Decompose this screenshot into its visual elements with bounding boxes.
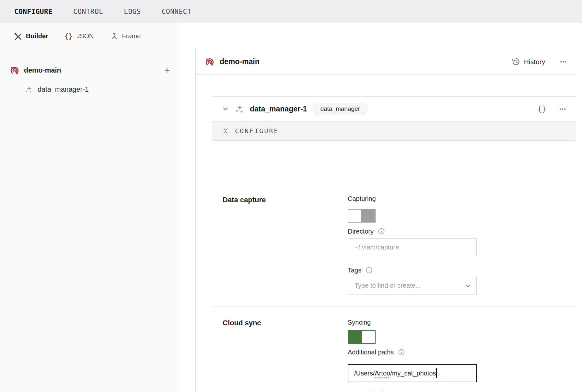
tab-json-label: JSON — [76, 32, 94, 40]
interval-label: Interval (min) — [348, 391, 386, 392]
part-menu-button[interactable]: ••• — [560, 59, 567, 64]
directory-label-text: Directory — [348, 228, 374, 235]
collapse-vertical-icon — [222, 127, 229, 135]
tab-configure[interactable]: CONFIGURE — [14, 8, 52, 16]
tab-builder-label: Builder — [26, 32, 48, 40]
resource-card-header: data_manager-1 data_manager {} ••• — [212, 97, 576, 121]
viam-configure-page: CONFIGURE CONTROL LOGS CONNECT Builder {… — [0, 0, 582, 392]
additional-paths-input[interactable]: /Users/Artoo/my_cat_photos — [348, 364, 477, 382]
tab-logs[interactable]: LOGS — [124, 8, 141, 16]
tags-combobox — [348, 277, 477, 294]
capturing-label: Capturing — [348, 195, 376, 202]
info-icon[interactable] — [378, 227, 385, 235]
section-divider — [212, 306, 576, 306]
cloud-sync-heading: Cloud sync — [223, 319, 261, 327]
additional-paths-label-text: Additional paths — [348, 349, 394, 356]
tags-label-text: Tags — [348, 267, 361, 274]
part-card-demo-main: demo-main History ••• — [195, 49, 576, 75]
tags-label: Tags — [348, 266, 373, 274]
tags-input[interactable] — [348, 277, 477, 294]
tab-json[interactable]: {} JSON — [64, 32, 94, 40]
main-panel: demo-main History ••• — [180, 23, 582, 392]
tree-item-label: data_manager-1 — [38, 86, 89, 94]
sparkles-icon — [235, 104, 244, 113]
info-icon[interactable] — [365, 266, 373, 274]
offline-icon — [205, 57, 215, 67]
braces-icon[interactable]: {} — [537, 105, 546, 113]
resource-title: data_manager-1 — [250, 105, 307, 113]
sidebar: Builder {} JSON Frame — [0, 23, 179, 392]
toggle-knob — [348, 209, 362, 223]
path-text: /Users/ — [354, 370, 375, 377]
offline-icon — [10, 65, 19, 75]
history-button[interactable]: History — [512, 57, 545, 66]
tools-icon — [14, 32, 22, 40]
syncing-toggle[interactable] — [348, 330, 376, 344]
chevron-down-icon[interactable] — [222, 105, 229, 112]
text-cursor — [436, 368, 437, 378]
history-icon — [512, 57, 520, 66]
braces-icon: {} — [64, 32, 73, 40]
tree-connector-line — [195, 75, 196, 392]
resource-tree: demo-main + data_manager-1 — [0, 49, 179, 96]
resource-card-data-manager: data_manager-1 data_manager {} ••• CONFI… — [212, 96, 576, 392]
history-label: History — [524, 58, 545, 66]
part-title: demo-main — [220, 57, 260, 66]
directory-label: Directory — [348, 227, 385, 235]
resource-card-body: Data capture Capturing Directory — [212, 141, 576, 392]
configure-section-bar[interactable]: CONFIGURE — [212, 121, 576, 141]
tree-item-data-manager-1[interactable]: data_manager-1 — [0, 83, 179, 96]
resource-menu-button[interactable]: ••• — [559, 106, 566, 112]
top-nav: CONFIGURE CONTROL LOGS CONNECT — [0, 0, 582, 23]
directory-input[interactable] — [348, 238, 477, 256]
tab-builder[interactable]: Builder — [14, 32, 48, 40]
data-capture-heading: Data capture — [223, 196, 266, 204]
tree-item-label: demo-main — [24, 66, 61, 75]
path-text: /my_cat_photos — [390, 370, 436, 377]
sparkles-icon — [25, 85, 33, 94]
frame-icon — [110, 32, 118, 40]
capturing-toggle[interactable] — [348, 209, 376, 223]
syncing-label: Syncing — [348, 319, 371, 326]
info-icon[interactable] — [398, 348, 405, 356]
tab-connect[interactable]: CONNECT — [162, 8, 192, 16]
tab-control[interactable]: CONTROL — [73, 8, 103, 16]
resource-type-badge: data_manager — [313, 103, 367, 115]
additional-paths-label: Additional paths — [348, 348, 405, 356]
tab-frame-label: Frame — [122, 32, 141, 40]
tab-frame[interactable]: Frame — [110, 32, 141, 40]
add-component-button[interactable]: + — [164, 66, 170, 75]
builder-mode-tabs: Builder {} JSON Frame — [0, 23, 179, 49]
toggle-knob — [362, 330, 376, 344]
path-text-misspelled: Artoo — [375, 370, 390, 377]
configure-section-label: CONFIGURE — [235, 127, 279, 135]
tree-item-demo-main[interactable]: demo-main + — [0, 63, 179, 78]
